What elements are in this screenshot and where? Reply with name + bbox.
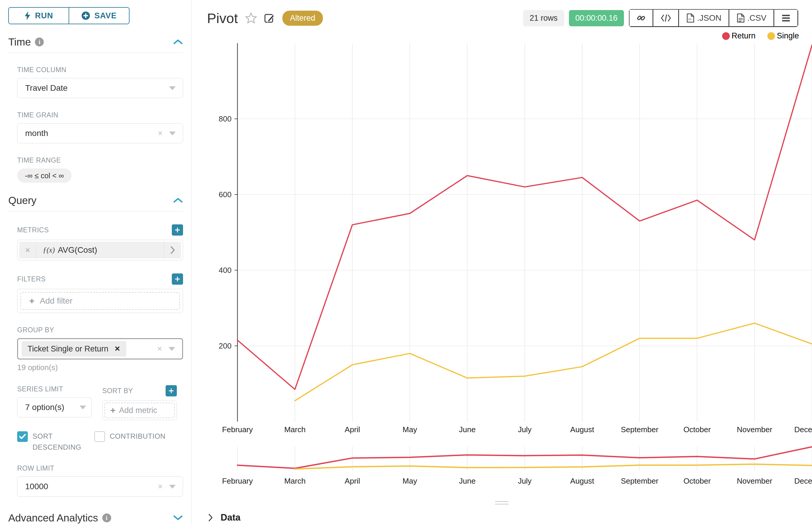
altered-badge[interactable]: Altered bbox=[282, 11, 323, 26]
info-icon: i bbox=[35, 38, 44, 46]
svg-text:July: July bbox=[518, 425, 531, 434]
save-button[interactable]: SAVE bbox=[69, 8, 129, 24]
remove-metric-icon[interactable]: × bbox=[19, 242, 36, 258]
svg-text:April: April bbox=[345, 425, 360, 434]
clear-icon[interactable]: × bbox=[158, 482, 163, 491]
chart-menu-button[interactable] bbox=[774, 9, 798, 27]
limit-sort-row: SERIES LIMIT 7 option(s) SORT BY bbox=[8, 385, 183, 420]
svg-text:September: September bbox=[621, 477, 659, 485]
group-by-options-hint: 19 option(s) bbox=[17, 363, 183, 372]
svg-text:800: 800 bbox=[219, 115, 232, 123]
chevron-down-icon bbox=[169, 86, 176, 90]
advanced-analytics-header[interactable]: Advanced Analytics i bbox=[8, 512, 183, 524]
remove-tag-icon[interactable]: ✕ bbox=[115, 345, 120, 353]
run-save-button-group: RUN SAVE bbox=[8, 7, 130, 24]
superset-explore-view: RUN SAVE Time i TIME C bbox=[0, 0, 812, 525]
series-limit-label: SERIES LIMIT bbox=[17, 385, 92, 393]
svg-text:November: November bbox=[737, 425, 772, 434]
group-by-tag[interactable]: Ticket Single or Return ✕ bbox=[21, 341, 126, 357]
svg-text:July: July bbox=[518, 477, 531, 485]
chevron-down-icon[interactable] bbox=[173, 515, 183, 521]
legend-label-return: Return bbox=[732, 31, 755, 41]
data-panel-header[interactable]: Data bbox=[192, 506, 812, 523]
series-limit-value: 7 option(s) bbox=[25, 403, 64, 412]
divider bbox=[8, 52, 183, 53]
divider bbox=[8, 211, 183, 211]
time-section-header[interactable]: Time i bbox=[8, 36, 183, 48]
chevron-right-icon[interactable] bbox=[164, 242, 181, 258]
resize-drag-handle[interactable] bbox=[495, 501, 508, 505]
chart-legend[interactable]: Return Single bbox=[722, 31, 799, 41]
legend-label-single: Single bbox=[777, 31, 799, 41]
clear-icon[interactable]: × bbox=[157, 344, 162, 354]
copy-link-button[interactable] bbox=[629, 9, 653, 27]
query-section-header[interactable]: Query bbox=[8, 195, 183, 206]
add-sort-metric-dropzone[interactable]: + Add metric bbox=[104, 403, 175, 418]
time-grain-select[interactable]: month × bbox=[17, 123, 183, 144]
time-range-field: TIME RANGE -∞ ≤ col < ∞ bbox=[8, 156, 183, 183]
time-section-title: Time bbox=[8, 36, 31, 48]
add-metric-placeholder: Add metric bbox=[119, 406, 157, 415]
export-json-button[interactable]: ‹/› .JSON bbox=[679, 9, 729, 27]
metric-pill[interactable]: × ƒ(x) AVG(Cost) bbox=[19, 242, 181, 258]
favorite-star-icon[interactable] bbox=[245, 12, 257, 24]
svg-text:June: June bbox=[459, 477, 475, 485]
mini-preview-chart[interactable]: FebruaryMarchAprilMayJuneJulyAugustSepte… bbox=[192, 442, 812, 497]
svg-text:August: August bbox=[570, 477, 594, 485]
metrics-label: METRICS bbox=[17, 226, 49, 234]
row-limit-select[interactable]: 10000 × bbox=[17, 477, 183, 497]
svg-text:May: May bbox=[402, 425, 417, 434]
svg-text:February: February bbox=[222, 477, 253, 485]
filters-field: FILTERS + Add filter bbox=[8, 273, 183, 313]
line-chart-container: Return Single 200400600800FebruaryMarchA… bbox=[192, 28, 812, 505]
svg-text:December: December bbox=[794, 477, 812, 485]
group-by-select[interactable]: Ticket Single or Return ✕ × bbox=[17, 338, 183, 359]
group-by-field: GROUP BY Ticket Single or Return ✕ × 19 … bbox=[8, 326, 183, 372]
add-filter-button[interactable] bbox=[172, 273, 183, 285]
contribution-option[interactable]: CONTRIBUTION bbox=[94, 431, 183, 453]
row-limit-value: 10000 bbox=[25, 482, 48, 491]
checkbox-unchecked-icon[interactable] bbox=[94, 431, 105, 442]
svg-text:June: June bbox=[459, 425, 475, 434]
plus-icon: + bbox=[29, 296, 34, 306]
add-filter-placeholder: Add filter bbox=[40, 296, 73, 306]
svg-text:March: March bbox=[284, 425, 306, 434]
sort-descending-option[interactable]: SORT DESCENDING bbox=[17, 431, 92, 453]
legend-item-return[interactable]: Return bbox=[722, 31, 755, 41]
chevron-right-icon bbox=[208, 513, 213, 522]
run-button[interactable]: RUN bbox=[9, 8, 69, 24]
clear-icon[interactable]: × bbox=[158, 129, 163, 138]
checkbox-checked-icon[interactable] bbox=[17, 431, 28, 442]
legend-item-single[interactable]: Single bbox=[767, 31, 799, 41]
chevron-down-icon bbox=[79, 406, 86, 409]
view-query-button[interactable] bbox=[653, 9, 679, 27]
link-icon bbox=[637, 14, 646, 22]
control-panel-sidebar: RUN SAVE Time i TIME C bbox=[0, 0, 192, 525]
row-limit-label: ROW LIMIT bbox=[17, 464, 183, 472]
legend-dot-return bbox=[722, 32, 730, 40]
time-column-select[interactable]: Travel Date bbox=[17, 78, 183, 98]
plus-circle-icon bbox=[81, 11, 90, 20]
fx-icon: ƒ(x) bbox=[43, 246, 55, 254]
chevron-up-icon[interactable] bbox=[173, 197, 183, 204]
svg-text:February: February bbox=[222, 425, 253, 434]
svg-text:April: April bbox=[345, 477, 360, 485]
add-metric-button[interactable] bbox=[172, 224, 183, 236]
export-csv-button[interactable]: .CSV bbox=[729, 9, 774, 27]
edit-properties-icon[interactable] bbox=[264, 12, 275, 24]
add-sort-metric-button[interactable] bbox=[166, 385, 177, 396]
chevron-up-icon[interactable] bbox=[173, 39, 183, 45]
info-icon: i bbox=[102, 513, 111, 522]
add-filter-dropzone[interactable]: + Add filter bbox=[20, 292, 180, 310]
json-label: .JSON bbox=[697, 13, 721, 23]
chart-area: Pivot Altered 21 rows 00:00:00.16 bbox=[192, 0, 812, 525]
svg-text:September: September bbox=[621, 425, 659, 434]
time-range-label: TIME RANGE bbox=[17, 156, 183, 164]
svg-text:October: October bbox=[683, 477, 711, 485]
chart-title: Pivot bbox=[207, 10, 238, 26]
series-limit-select[interactable]: 7 option(s) bbox=[17, 397, 92, 417]
code-icon bbox=[661, 14, 671, 22]
time-range-pill[interactable]: -∞ ≤ col < ∞ bbox=[17, 168, 72, 183]
legend-dot-single bbox=[767, 32, 775, 40]
time-column-label: TIME COLUMN bbox=[17, 66, 183, 74]
